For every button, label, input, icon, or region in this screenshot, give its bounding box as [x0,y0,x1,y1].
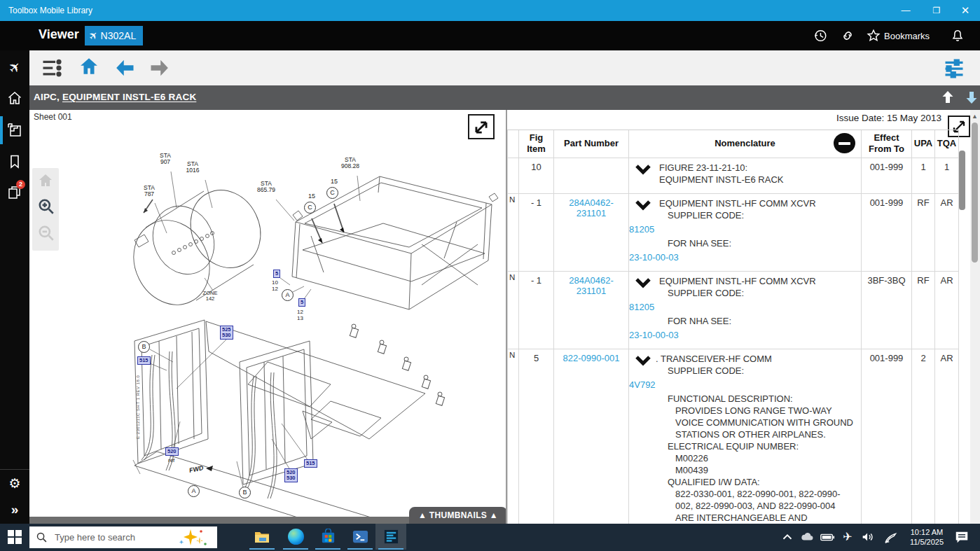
settings-gear-icon[interactable]: ⚙ [6,475,23,492]
col-nomenclature: Nomenclature [629,130,862,158]
supplier-code-link[interactable]: 81205 [629,224,654,235]
airplane-mode-icon[interactable]: ✈ [840,529,855,545]
item-515-right-box[interactable]: 515 [304,459,317,468]
electrical-equip-label: ELECTRICAL EQUIP NUMBER: [668,440,858,452]
sidebar-bookmark-icon[interactable] [6,153,23,170]
running-indicator [249,548,275,550]
powershell-tile[interactable] [345,524,375,550]
supplier-code-link[interactable]: 81205 [629,302,654,312]
scroll-up-arrow-icon[interactable] [939,89,956,106]
history-icon[interactable] [813,28,828,43]
task-view-icon[interactable] [197,530,212,545]
left-sidebar: ✈ 2 ⚙ » [0,50,29,524]
part-number-link[interactable]: 284A0462-231101 [569,197,614,218]
upa-value: 2 [912,349,935,524]
page-scrollbar[interactable]: ▲ [970,110,980,524]
nomenclature-title: EQUIPMENT INSTL-HF COMM XCVR [659,275,858,287]
bookmarks-label[interactable]: Bookmarks [884,31,930,41]
volume-icon[interactable] [860,529,876,545]
back-arrow-icon[interactable] [114,57,135,78]
sidebar-home-icon[interactable] [6,90,23,106]
tqa-value: AR [935,349,959,524]
sidebar-clipboard-icon[interactable]: 2 [6,184,23,201]
table-header-row: Fig Item Part Number Nomenclature Effect… [508,130,959,158]
start-button-icon[interactable] [8,530,22,544]
fig-item: 5 [519,349,554,524]
item-515-left-box[interactable]: 515 [137,356,151,365]
callout-b-1[interactable]: B [138,341,150,353]
action-center-icon[interactable] [954,529,969,545]
table-row: N - 1 284A0462-231101 EQUIPMENT INSTL-HF… [508,272,959,349]
breadcrumb-title-link[interactable]: EQUIPMENT INSTL-E6 RACK [62,92,196,102]
aircraft-tag[interactable]: ✈N302AL [85,26,143,46]
battery-icon[interactable] [820,529,835,545]
collapse-row-chevron-icon[interactable] [635,200,651,211]
collapse-row-chevron-icon[interactable] [635,164,651,175]
col-effect: Effect From To [862,130,912,158]
taskbar-clock[interactable]: 10:12 AM 11/5/2025 [904,527,949,547]
collapse-row-chevron-icon[interactable] [635,277,651,288]
part-number-link[interactable]: 284A0462-231101 [569,275,614,296]
supplier-code-link[interactable]: 4V792 [629,379,656,390]
item-525-530-box[interactable]: 525 530 [220,326,233,340]
sidebar-expand-icon[interactable]: » [6,501,23,518]
home-button-icon[interactable] [78,56,99,77]
microsoft-store-tile[interactable] [312,524,343,550]
scroll-down-arrow-icon[interactable] [963,89,980,106]
maximize-button[interactable]: ❐ [921,0,952,21]
collapse-all-icon[interactable] [834,133,855,153]
sta-865-label: STA 865.79 [252,181,280,193]
thumbnails-tab[interactable]: ▲ THUMBNAILS ▲ [409,507,506,524]
app-header: Viewer ✈N302AL Bookmarks [0,21,980,50]
toc-list-icon[interactable] [41,57,62,78]
callout-a-1[interactable]: A [282,289,294,301]
toolbox-library-tile-active[interactable] [375,524,406,550]
bookmarks-star-icon[interactable] [866,28,881,43]
callout-c-2[interactable]: C [326,187,338,199]
onedrive-cloud-icon[interactable] [799,529,815,545]
nomenclature-cell: FIGURE 23-11-21-10: EQUIPMENT INSTL-E6 R… [629,158,862,194]
col-tqa: TQA [935,130,959,158]
item-5-box-1[interactable]: 5 [273,270,280,278]
part-number-link[interactable]: 822-0990-001 [563,353,620,363]
sidebar-airplane-icon[interactable]: ✈ [3,55,27,79]
scrollbar-up-arrow-icon[interactable]: ▲ [972,113,978,120]
illustration-panel: Sheet 001 [29,110,506,524]
forward-arrow-icon[interactable] [149,57,170,78]
sidebar-diagram-icon[interactable] [6,122,23,139]
item-5-box-2[interactable]: 5 [298,298,305,307]
callout-b-2[interactable]: B [239,487,251,498]
date-label: 11/5/2025 [904,537,949,547]
fig-item: - 1 [519,272,554,349]
file-explorer-tile[interactable] [247,524,277,550]
tray-chevron-up-icon[interactable] [780,529,795,545]
notifications-bell-icon[interactable] [950,28,965,43]
nomenclature-line: EQUIPMENT INSTL-E6 RACK [659,174,858,186]
window-titlebar: Toolbox Mobile Library — ❐ ✕ [0,0,980,21]
nha-link[interactable]: 23-10-00-03 [629,330,679,340]
minimize-button[interactable]: — [890,0,921,21]
callout-c-1[interactable]: C [304,202,316,214]
edge-browser-tile[interactable] [280,524,311,550]
active-nav-indicator [0,116,3,144]
nha-link[interactable]: 23-10-00-03 [629,252,679,263]
item-520-ref-sub: ref [168,457,174,463]
collapse-row-chevron-icon[interactable] [635,355,651,366]
nha-label: FOR NHA SEE: [668,315,858,327]
link-icon[interactable] [840,28,855,43]
filter-sliders-icon[interactable] [944,58,965,79]
table-scrollbar-thumb[interactable] [959,151,965,210]
callout-15-1: 15 [308,193,315,200]
page-scrollbar-thumb[interactable] [972,123,978,263]
tqa-value: AR [935,272,959,349]
running-indicator [347,548,373,550]
effect-range: 3BF-3BQ [862,272,912,349]
supplier-label: SUPPLIER CODE: [668,365,858,377]
taskbar-search-input[interactable] [53,526,175,548]
item-520-ref-box[interactable]: 520 [165,447,179,456]
callout-a-2[interactable]: A [188,485,200,497]
pen-ink-icon[interactable] [883,529,899,545]
item-520-530-box[interactable]: 520 530 [284,468,298,482]
close-button[interactable]: ✕ [950,0,980,21]
table-row: N - 1 284A0462-231101 EQUIPMENT INSTL-HF… [508,194,959,272]
